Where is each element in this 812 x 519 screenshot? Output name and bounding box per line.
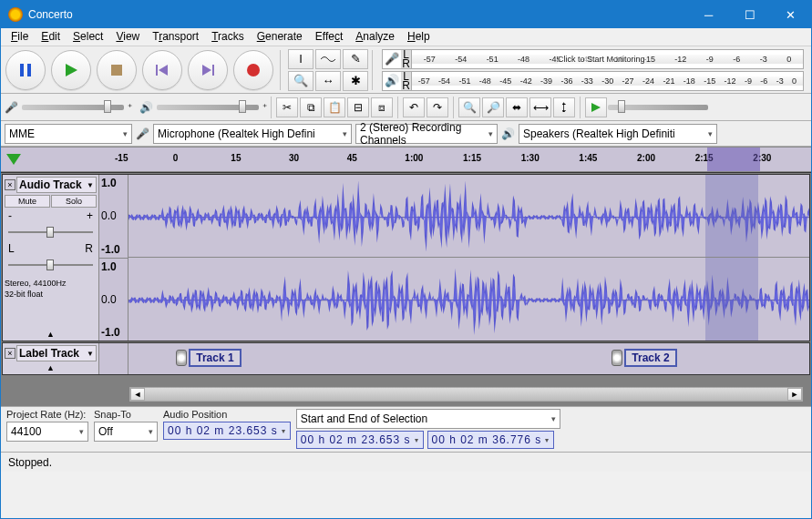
tracks-area: × Audio Track▼ Mute Solo -+ LR Stereo, 4… <box>1 172 811 406</box>
gain-slider[interactable] <box>8 226 93 239</box>
solo-button[interactable]: Solo <box>51 195 97 208</box>
undo-button[interactable]: ↶ <box>403 97 425 117</box>
mute-button[interactable]: Mute <box>5 195 50 208</box>
maximize-button[interactable]: ☐ <box>729 1 770 28</box>
track-close-button[interactable]: × <box>5 348 15 359</box>
track-close-button[interactable]: × <box>5 179 15 190</box>
recording-channels-combo[interactable]: 2 (Stereo) Recording Channels▾ <box>355 124 498 144</box>
fit-project-button[interactable]: ⟷ <box>529 97 551 117</box>
zoom-in-button[interactable]: 🔍 <box>458 97 480 117</box>
pan-slider[interactable] <box>8 259 93 271</box>
audio-track: × Audio Track▼ Mute Solo -+ LR Stereo, 4… <box>2 174 810 341</box>
svg-marker-2 <box>66 64 77 76</box>
menu-select[interactable]: Select <box>67 28 109 46</box>
horizontal-scrollbar[interactable]: ◄► <box>129 387 803 402</box>
track-control-panel: × Audio Track▼ Mute Solo -+ LR Stereo, 4… <box>3 175 99 341</box>
close-button[interactable]: ✕ <box>770 1 811 28</box>
copy-button[interactable]: ⧉ <box>300 97 322 117</box>
playback-meter[interactable]: 🔊 LR -57-54-51-48-45-42-39-36-33-30-27-2… <box>382 71 804 91</box>
recording-meter[interactable]: 🎤 LR -57-54-51-48-45-42 Click to Start M… <box>382 49 804 69</box>
label-tag[interactable]: Track 1 <box>176 349 241 367</box>
recording-volume-slider[interactable] <box>22 105 124 110</box>
redo-button[interactable]: ↷ <box>427 97 448 117</box>
mic-icon: 🎤 <box>5 101 18 114</box>
stop-button[interactable] <box>97 50 137 90</box>
silence-button[interactable]: ⧈ <box>371 97 393 117</box>
record-button[interactable] <box>233 50 273 90</box>
window-title: Concerto <box>28 8 688 21</box>
menu-edit[interactable]: Edit <box>35 28 67 46</box>
playback-speed-slider[interactable] <box>608 105 708 110</box>
menu-generate[interactable]: Generate <box>251 28 309 46</box>
play-button[interactable] <box>51 50 91 90</box>
transport-toolbar: I ✎ 🔍 ↔ ✱ 🎤 LR -57-54-51-48-45-42 Click … <box>1 46 811 94</box>
playback-device-combo[interactable]: Speakers (Realtek High Definiti▾ <box>519 124 717 144</box>
label-tag[interactable]: Track 2 <box>612 349 676 367</box>
selection-start-field[interactable]: 00 h 02 m 23.653 s▾ <box>296 431 424 449</box>
draw-tool[interactable]: ✎ <box>343 49 368 69</box>
label-handle-icon[interactable] <box>612 350 622 366</box>
label-text[interactable]: Track 1 <box>189 349 241 367</box>
project-rate-combo[interactable]: 44100▾ <box>6 422 88 442</box>
menu-analyze[interactable]: Analyze <box>349 28 401 46</box>
speaker-icon: 🔊 <box>383 74 401 87</box>
play-at-speed-button[interactable] <box>585 97 607 117</box>
track-menu-button[interactable]: Label Track▼ <box>16 345 97 361</box>
skip-start-button[interactable] <box>142 50 182 90</box>
multi-tool[interactable]: ✱ <box>343 71 368 91</box>
label-handle-icon[interactable] <box>176 350 187 366</box>
tools-grid: I ✎ 🔍 ↔ ✱ <box>288 49 368 91</box>
audio-position-field[interactable]: 00 h 02 m 23.653 s▾ <box>163 422 291 440</box>
menu-tracks[interactable]: Tracks <box>205 28 251 46</box>
pause-button[interactable] <box>5 50 46 90</box>
menu-bar: File Edit Select View Transport Tracks G… <box>1 28 811 46</box>
timeshift-tool[interactable]: ↔ <box>315 71 341 91</box>
menu-transport[interactable]: Transport <box>146 28 205 46</box>
svg-marker-6 <box>202 65 211 76</box>
snap-to-combo[interactable]: Off▾ <box>94 422 158 442</box>
menu-file[interactable]: File <box>5 28 35 46</box>
selection-toolbar: Project Rate (Hz): 44100▾ Snap-To Off▾ A… <box>1 406 811 452</box>
audio-host-combo[interactable]: MME▾ <box>5 124 132 144</box>
minimize-button[interactable]: ─ <box>688 1 729 28</box>
track-menu-button[interactable]: Audio Track▼ <box>16 177 97 193</box>
skip-end-button[interactable] <box>188 50 228 90</box>
trim-button[interactable]: ⊟ <box>347 97 369 117</box>
menu-help[interactable]: Help <box>401 28 437 46</box>
selection-end-field[interactable]: 00 h 02 m 36.776 s▾ <box>427 431 555 449</box>
speaker-icon: 🔊 <box>501 127 515 140</box>
paste-button[interactable]: 📋 <box>324 97 345 117</box>
svg-rect-4 <box>156 65 158 76</box>
zoom-tool[interactable]: 🔍 <box>288 71 313 91</box>
collapse-button[interactable]: ▲ <box>5 363 97 372</box>
status-text: Stopped. <box>8 456 52 469</box>
playback-volume-slider[interactable] <box>157 105 259 110</box>
audio-position-label: Audio Position <box>163 409 291 420</box>
snap-to-label: Snap-To <box>94 409 158 420</box>
selection-tool[interactable]: I <box>288 49 313 69</box>
menu-view[interactable]: View <box>109 28 146 46</box>
label-text[interactable]: Track 2 <box>624 349 676 367</box>
collapse-button[interactable]: ▲ <box>5 330 97 339</box>
status-bar: Stopped. <box>1 452 811 472</box>
vertical-scale: 1.00.0-1.0 1.00.0-1.0 <box>99 175 128 341</box>
title-bar: Concerto ─ ☐ ✕ <box>1 1 811 28</box>
waveform-area[interactable] <box>128 175 809 341</box>
playhead-pin-icon[interactable] <box>6 154 21 165</box>
monitor-hint: Click to Start Monitoring <box>558 55 645 64</box>
zoom-out-button[interactable]: 🔎 <box>482 97 504 117</box>
mic-icon: 🎤 <box>136 127 149 140</box>
zoom-toggle-button[interactable]: ⭥ <box>553 97 575 117</box>
recording-device-combo[interactable]: Microphone (Realtek High Defini▾ <box>153 124 352 144</box>
timeline-ruler[interactable]: -1501530451:001:151:301:452:002:152:302:… <box>1 147 811 172</box>
menu-effect[interactable]: Effect <box>309 28 349 46</box>
cut-button[interactable]: ✂ <box>276 97 298 117</box>
mixer-toolbar: 🎤 ⁺ 🔊 ⁺ ✂ ⧉ 📋 ⊟ ⧈ ↶ ↷ 🔍 🔎 ⬌ ⟷ ⭥ <box>1 94 811 121</box>
app-logo-icon <box>8 7 23 22</box>
envelope-tool[interactable] <box>315 49 341 69</box>
label-area[interactable]: Track 1Track 2 <box>128 343 809 374</box>
selection-mode-combo[interactable]: Start and End of Selection▾ <box>296 409 560 429</box>
svg-rect-0 <box>20 64 24 76</box>
svg-rect-7 <box>212 65 214 76</box>
fit-selection-button[interactable]: ⬌ <box>506 97 528 117</box>
